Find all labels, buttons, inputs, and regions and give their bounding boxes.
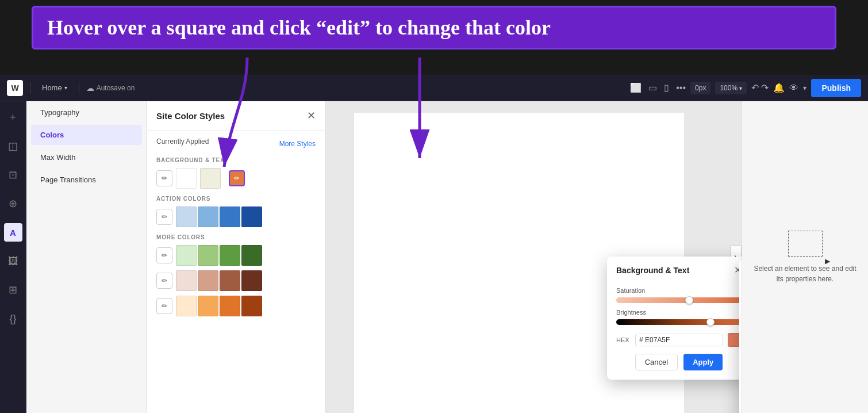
saturation-section: Saturation Brightness [607,287,742,325]
small-color-picker-dialog: Background & Text ✕ Saturation Brightnes… [607,257,742,380]
small-cancel-button[interactable]: Cancel [635,354,678,370]
layers-icon[interactable]: ◫ [4,137,22,155]
small-apply-button[interactable]: Apply [683,354,723,370]
typography-nav-item[interactable]: Typography [31,102,142,123]
more-colors-row-1: ✏ [156,245,316,266]
orange-swatch-1[interactable] [176,296,197,316]
components-icon[interactable]: ⊞ [4,281,22,299]
more-icon[interactable]: ••• [676,83,686,93]
hex-section: HEX # E07A5F [607,327,742,347]
saturation-thumb[interactable] [685,296,693,304]
home-label: Home [42,83,62,92]
logo[interactable]: W [7,80,23,96]
large-dialog-header: Background & Text ✕ [739,259,742,284]
orange-swatch-2[interactable] [198,296,218,316]
orange-swatch-4[interactable] [241,296,262,316]
view-chevron[interactable]: ▾ [803,84,806,92]
device-icons: ⬜ ▭ ▯ ••• [630,82,686,93]
green-swatch-3[interactable] [220,245,240,266]
brown-swatch-4[interactable] [241,270,262,291]
green-swatch-4[interactable] [241,245,262,266]
action-edit-button[interactable]: ✏ [156,209,172,225]
tablet-icon[interactable]: ▭ [648,82,657,93]
brown-swatch-2[interactable] [198,270,218,291]
brown-swatch-1[interactable] [176,270,197,291]
action-swatch-4[interactable] [241,206,262,227]
close-color-panel-button[interactable]: ✕ [307,109,316,122]
more-edit-3-button[interactable]: ✏ [156,298,172,314]
green-swatch-1[interactable] [176,245,197,266]
redo-button[interactable]: ↷ [761,82,769,93]
brown-swatch-3[interactable] [220,270,240,291]
code-icon[interactable]: {} [4,309,22,328]
design-icon[interactable]: A [4,223,22,242]
saturation-slider[interactable] [616,297,742,303]
add-elements-icon[interactable]: + [4,108,22,127]
green-swatch-2[interactable] [198,245,218,266]
preview-eye[interactable]: 👁 [789,83,798,93]
autosave-indicator: ☁ Autosave on [86,83,135,93]
notifications-bell[interactable]: 🔔 [773,82,785,93]
undo-button[interactable]: ↶ [751,82,759,93]
element-selector-icon [788,231,823,257]
design-panel: Typography Colors Max Width Page Transit… [26,101,147,413]
action-swatch-1[interactable] [176,206,197,227]
saturation-label: Saturation [616,287,742,294]
home-chevron: ▾ [64,85,67,91]
brightness-thumb[interactable] [706,318,715,326]
more-colors-section-label: MORE COLORS [156,234,316,240]
small-dialog-buttons: Cancel Apply [607,347,742,370]
undo-redo: ↶ ↷ [751,82,769,93]
more-swatches-3 [176,296,262,316]
bg-swatch-1[interactable] [176,168,197,189]
hex-label: HEX [616,336,631,343]
more-edit-1-button[interactable]: ✏ [156,247,172,263]
arrow-2 [397,52,443,173]
brightness-label: Brightness [616,309,742,316]
small-dialog-header: Background & Text ✕ [607,257,742,281]
connections-icon[interactable]: ⊕ [4,194,22,213]
action-colors-row: ✏ [156,206,316,227]
large-color-picker-dialog: Background & Text ✕ HEX [739,259,742,413]
action-colors-section-label: ACTION COLORS [156,196,316,202]
select-element-text: Select an element to see and edit its pr… [754,263,857,284]
more-swatches-2 [176,270,262,291]
properties-panel: Select an element to see and edit its pr… [742,101,868,413]
more-colors-row-2: ✏ [156,270,316,291]
action-swatch-3[interactable] [220,206,240,227]
canvas-area: › ▶ Background & Text ✕ Saturation Brigh… [325,101,742,413]
colors-nav-item[interactable]: Colors [31,125,142,145]
more-edit-2-button[interactable]: ✏ [156,273,172,289]
annotation-text: Hover over a square and click “edit” to … [47,16,821,40]
hex-input[interactable]: # E07A5F [635,334,723,346]
page-transitions-nav-item[interactable]: Page Transitions [31,170,142,190]
small-dialog-title: Background & Text [616,266,689,275]
brightness-slider[interactable] [616,319,742,325]
zoom-percent[interactable]: 100% ▾ [715,82,747,94]
pages-icon[interactable]: ⊡ [4,166,22,184]
max-width-nav-item[interactable]: Max Width [31,147,142,167]
mobile-icon[interactable]: ▯ [664,82,669,93]
orange-swatch-3[interactable] [220,296,240,316]
publish-button[interactable]: Publish [811,79,861,97]
arrow-1 [195,52,276,178]
action-swatches [176,206,262,227]
more-colors-row-3: ✏ [156,296,316,316]
annotation-banner: Hover over a square and click “edit” to … [32,6,836,49]
zoom-value[interactable]: 0px [690,82,710,94]
more-styles-link[interactable]: More Styles [279,140,316,148]
bg-text-edit-button[interactable]: ✏ [156,170,172,186]
more-swatches-1 [176,245,262,266]
action-swatch-2[interactable] [198,206,218,227]
media-icon[interactable]: 🖼 [4,252,22,270]
icon-bar: + ◫ ⊡ ⊕ A 🖼 ⊞ {} [0,101,26,413]
desktop-icon[interactable]: ⬜ [630,82,642,93]
home-menu[interactable]: Home ▾ [37,81,72,94]
